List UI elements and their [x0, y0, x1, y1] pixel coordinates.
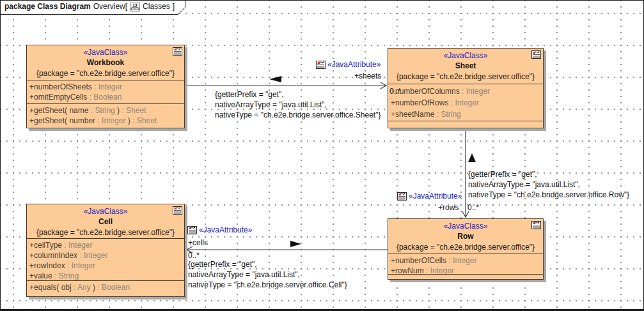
- member-text: : Integer: [65, 261, 95, 270]
- association-multiplicity[interactable]: 0..*: [188, 251, 200, 260]
- association-role-rows[interactable]: +rows: [438, 203, 459, 212]
- constraint-line: nativeType = "ch.e2e.bridge.server.offic…: [215, 110, 381, 120]
- association-stereotype-cells[interactable]: «JavaAttribute»: [187, 225, 252, 234]
- class-box-row[interactable]: «JavaClass» Row {package = "ch.e2e.bridg…: [388, 218, 544, 280]
- member-text: : Integer: [95, 116, 128, 125]
- member-text: +numberOfRows: [391, 98, 448, 107]
- member-text: : Sheet: [130, 116, 157, 125]
- class-package-note: {package = "ch.e2e.bridge.server.office"…: [388, 72, 543, 82]
- member-text: : String: [52, 271, 79, 280]
- diagram-name-label: Classes: [143, 2, 170, 11]
- attribute-row[interactable]: +value : String: [27, 271, 184, 281]
- constraint-line: {getterPrefix = "get",: [215, 89, 381, 100]
- member-text: : Sheet: [120, 106, 146, 115]
- attribute-row[interactable]: +sheetName : String: [388, 109, 543, 120]
- class-header: «JavaClass» Cell {package = "ch.e2e.brid…: [27, 204, 184, 239]
- diagram-context-label: Overview[: [93, 2, 127, 11]
- java-class-icon: [173, 206, 182, 215]
- member-text: +numberOfSheets: [29, 82, 92, 91]
- operations-compartment: +equals( obj : Any ) : Boolean: [27, 281, 184, 292]
- constraint-line: nativeType = "ch.e2e.bridge.server.offic…: [188, 280, 347, 290]
- diagram-title-tab[interactable]: package Class Diagram Overview[ Classes …: [0, 0, 187, 15]
- member-text: : String: [434, 110, 460, 119]
- constraint-line: {getterPrefix = "get",: [188, 259, 347, 269]
- java-attribute-icon: [397, 192, 407, 201]
- class-diagram-icon: [130, 3, 140, 11]
- attribute-row[interactable]: +numberOfColumns : Integer: [388, 86, 543, 97]
- member-text: : Integer: [446, 256, 476, 265]
- association-role-sheets[interactable]: +sheets: [354, 72, 381, 80]
- class-header: «JavaClass» Sheet {package = "ch.e2e.bri…: [388, 49, 543, 84]
- member-text: +equals( obj: [29, 283, 72, 292]
- constraint-line: nativeArrayType = "java.util.List",: [188, 269, 347, 280]
- member-text: : Boolean: [95, 283, 130, 292]
- diagram-canvas[interactable]: package Class Diagram Overview[ Classes …: [0, 0, 644, 311]
- class-package-note: {package = "ch.e2e.bridge.server.office"…: [27, 68, 184, 79]
- direction-triangle-icon: [468, 153, 476, 162]
- member-text: : Integer: [424, 266, 454, 275]
- association-constraint-note[interactable]: {getterPrefix = "get", nativeArrayType =…: [188, 259, 347, 290]
- java-class-icon: [173, 47, 182, 56]
- member-text: : String: [88, 106, 117, 115]
- java-attribute-icon: [187, 226, 197, 234]
- class-name: Row: [388, 231, 543, 242]
- class-box-workbook[interactable]: «JavaClass» Workbook {package = "ch.e2e.…: [26, 45, 185, 128]
- stereotype-label: «JavaAttribute»: [409, 192, 462, 201]
- java-class-icon: [531, 50, 541, 59]
- member-text: +getSheet( number: [29, 116, 95, 125]
- attribute-row[interactable]: +numberOfCells : Integer: [388, 255, 543, 266]
- member-text: +getSheet( name: [29, 106, 88, 115]
- member-text: +numberOfCells: [391, 256, 446, 265]
- attribute-row[interactable]: +columnIndex : Integer: [27, 250, 184, 261]
- class-package-note: {package = "ch.e2e.bridge.server.office"…: [27, 227, 184, 238]
- attribute-row[interactable]: +cellType : Integer: [27, 240, 184, 250]
- member-text: +omitEmptyCells: [29, 93, 87, 102]
- class-name: Workbook: [27, 57, 184, 68]
- member-text: +sheetName: [391, 110, 434, 119]
- association-multiplicity[interactable]: 0..*: [467, 203, 479, 212]
- class-box-sheet[interactable]: «JavaClass» Sheet {package = "ch.e2e.bri…: [388, 48, 544, 128]
- association-stereotype-sheets[interactable]: «JavaAttribute»: [316, 60, 381, 69]
- operation-row[interactable]: +equals( obj : Any ) : Boolean: [27, 282, 184, 292]
- member-text: : Integer: [92, 82, 122, 91]
- association-role-cells[interactable]: +cells: [188, 238, 208, 247]
- operation-row[interactable]: +getSheet( number : Integer ) : Sheet: [27, 116, 184, 126]
- class-package-note: {package = "ch.e2e.bridge.server.office"…: [388, 242, 543, 253]
- class-name: Sheet: [388, 61, 543, 72]
- operation-row[interactable]: +getSheet( name : String ) : Sheet: [27, 105, 184, 116]
- java-class-icon: [531, 221, 541, 229]
- member-text: +rowIndex: [29, 261, 65, 270]
- member-text: : Boolean: [87, 93, 122, 102]
- class-stereotype: «JavaClass»: [388, 221, 543, 231]
- constraint-line: nativeType = "ch.e2e.bridge.server.offic…: [468, 190, 629, 200]
- member-text: : Integer: [448, 98, 478, 107]
- attribute-row[interactable]: +omitEmptyCells : Boolean: [27, 92, 184, 102]
- class-stereotype: «JavaClass»: [27, 47, 184, 57]
- class-stereotype: «JavaClass»: [388, 50, 543, 61]
- association-multiplicity[interactable]: 0..*: [389, 87, 401, 96]
- attributes-compartment: +numberOfColumns : Integer+numberOfRows …: [388, 84, 543, 121]
- direction-triangle-icon: [290, 241, 301, 247]
- class-box-cell[interactable]: «JavaClass» Cell {package = "ch.e2e.brid…: [26, 204, 185, 297]
- member-text: : Integer: [62, 241, 92, 250]
- association-stereotype-rows[interactable]: «JavaAttribute»: [397, 192, 462, 201]
- member-text: +columnIndex: [29, 251, 77, 260]
- member-text: +rowNum: [391, 266, 424, 275]
- association-constraint-note[interactable]: {getterPrefix = "get", nativeArrayType =…: [215, 89, 381, 120]
- attributes-compartment: +numberOfSheets : Integer+omitEmptyCells…: [27, 80, 184, 104]
- class-header: «JavaClass» Row {package = "ch.e2e.bridg…: [388, 219, 543, 254]
- member-text: : Integer: [460, 87, 490, 96]
- attribute-row[interactable]: +numberOfRows : Integer: [388, 97, 543, 109]
- direction-triangle-icon: [269, 76, 281, 82]
- class-stereotype: «JavaClass»: [27, 206, 184, 216]
- attributes-compartment: +numberOfCells : Integer+rowNum : Intege…: [388, 254, 543, 275]
- member-text: : Integer: [77, 251, 107, 260]
- member-text: : Any: [72, 283, 93, 292]
- attribute-row[interactable]: +numberOfSheets : Integer: [27, 82, 184, 92]
- stereotype-label: «JavaAttribute»: [327, 60, 381, 69]
- attributes-compartment: +cellType : Integer+columnIndex : Intege…: [27, 239, 184, 281]
- attribute-row[interactable]: +rowIndex : Integer: [27, 261, 184, 271]
- member-text: +cellType: [29, 241, 62, 250]
- operations-compartment: [388, 121, 543, 123]
- association-constraint-note[interactable]: {getterPrefix = "get", nativeArrayType =…: [468, 169, 629, 200]
